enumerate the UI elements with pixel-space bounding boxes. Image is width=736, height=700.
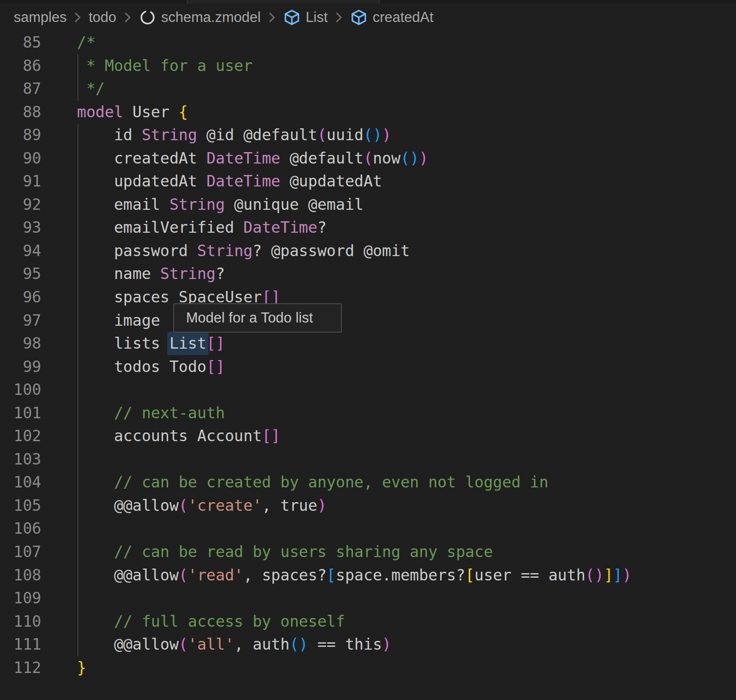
code-token: id	[77, 126, 142, 144]
breadcrumb-item-symbol-createdat[interactable]: createdAt	[350, 8, 434, 27]
line-number[interactable]: 109	[0, 587, 41, 610]
code-token: (	[317, 126, 326, 144]
code-line[interactable]: 99 todos Todo[]	[0, 355, 736, 379]
code-line[interactable]: 94 password String? @password @omit	[0, 240, 736, 263]
line-number[interactable]: 100	[0, 378, 41, 402]
code-text: emailVerified DateTime?	[41, 216, 736, 240]
code-token: email	[77, 196, 170, 213]
code-line[interactable]: 100	[0, 378, 736, 402]
code-line[interactable]: 87 */	[0, 77, 736, 101]
line-number[interactable]: 92	[0, 193, 41, 217]
line-number[interactable]: 95	[0, 262, 41, 286]
code-token: user == auth	[474, 566, 585, 584]
code-line[interactable]: 91 updatedAt DateTime @updatedAt	[0, 170, 736, 193]
line-number[interactable]: 108	[0, 564, 41, 587]
line-number[interactable]: 87	[0, 77, 41, 101]
hover-tooltip: Model for a Todo list	[173, 303, 342, 333]
code-line[interactable]: 109	[0, 587, 736, 610]
code-line[interactable]: 101 // next-auth	[0, 402, 736, 425]
line-number[interactable]: 106	[0, 517, 41, 541]
line-number[interactable]: 102	[0, 425, 41, 448]
line-number[interactable]: 99	[0, 355, 41, 379]
code-line[interactable]: 106	[0, 517, 736, 541]
code-line[interactable]: 95 name String?	[0, 262, 736, 286]
breadcrumb-item-file[interactable]: schema.zmodel	[138, 8, 261, 27]
line-number[interactable]: 85	[0, 31, 41, 55]
line-number[interactable]: 91	[0, 170, 41, 193]
code-token: emailVerified	[77, 219, 243, 236]
code-token: 'read'	[188, 566, 243, 584]
code-line[interactable]: 97 image	[0, 309, 736, 333]
line-number[interactable]: 110	[0, 610, 41, 634]
code-line[interactable]: 85/*	[0, 31, 736, 55]
line-number[interactable]: 88	[0, 101, 41, 124]
code-token: uuid	[327, 126, 364, 144]
code-line[interactable]: 110 // full access by oneself	[0, 610, 736, 634]
breadcrumb-item-samples[interactable]: samples	[14, 9, 66, 26]
line-number[interactable]: 90	[0, 147, 41, 170]
code-token: User	[123, 103, 179, 121]
code-text	[41, 587, 736, 610]
code-line[interactable]: 103	[0, 448, 736, 471]
code-token: 'all'	[188, 635, 234, 653]
code-line[interactable]: 105 @@allow('create', true)	[0, 494, 736, 518]
code-line[interactable]: 93 emailVerified DateTime?	[0, 216, 736, 240]
code-line[interactable]: 92 email String @unique @email	[0, 193, 736, 217]
code-token: , true	[262, 497, 317, 514]
code-text: updatedAt DateTime @updatedAt	[41, 170, 736, 193]
code-token: []	[262, 427, 280, 445]
code-token: []	[206, 334, 225, 352]
line-number[interactable]: 103	[0, 448, 41, 471]
code-token: )	[595, 566, 604, 584]
code-line[interactable]: 112}	[0, 656, 736, 680]
code-token: space.members?	[336, 566, 465, 584]
code-token: @@allow	[77, 566, 179, 584]
code-token: String	[170, 196, 225, 213]
code-token: )	[622, 566, 632, 584]
code-line[interactable]: 89 id String @id @default(uuid())	[0, 124, 736, 147]
line-number[interactable]: 107	[0, 541, 41, 564]
code-text: @@allow('read', spaces?[space.members?[u…	[41, 564, 736, 587]
line-number[interactable]: 105	[0, 494, 41, 518]
breadcrumb-item-symbol-list[interactable]: List	[283, 8, 328, 27]
code-line[interactable]: 107 // can be read by users sharing any …	[0, 541, 736, 564]
code-line[interactable]: 108 @@allow('read', spaces?[space.member…	[0, 564, 736, 587]
code-line[interactable]: 111 @@allow('all', auth() == this)	[0, 633, 736, 656]
code-text	[41, 448, 736, 471]
code-text: id String @id @default(uuid())	[41, 124, 736, 147]
code-text: model User {	[41, 101, 736, 124]
line-number[interactable]: 112	[0, 656, 41, 680]
line-number[interactable]: 93	[0, 216, 41, 240]
line-number[interactable]: 96	[0, 286, 41, 309]
code-line[interactable]: 102 accounts Account[]	[0, 425, 736, 448]
line-number[interactable]: 86	[0, 55, 41, 78]
chevron-right-icon	[334, 10, 344, 25]
line-number[interactable]: 101	[0, 402, 41, 425]
indent-guide	[77, 55, 78, 101]
breadcrumb-label: todo	[88, 9, 116, 26]
code-editor[interactable]: 85/*86 * Model for a user87 */88model Us…	[0, 31, 736, 679]
line-number[interactable]: 94	[0, 240, 41, 263]
line-number[interactable]: 97	[0, 309, 41, 333]
code-token: String	[160, 265, 216, 283]
code-text: createdAt DateTime @default(now())	[41, 147, 736, 170]
active-tab-edge	[187, 0, 379, 4]
code-line[interactable]: 88model User {	[0, 101, 736, 124]
code-line[interactable]: 98 lists List[]	[0, 332, 736, 355]
code-token: )	[373, 126, 382, 144]
code-token: ?	[216, 265, 225, 283]
code-line[interactable]: 96 spaces SpaceUser[]	[0, 286, 736, 309]
code-token: )	[410, 149, 419, 167]
line-number[interactable]: 98	[0, 332, 41, 355]
breadcrumb-item-todo[interactable]: todo	[88, 9, 116, 26]
code-token: updatedAt	[77, 172, 206, 190]
indent-guide	[77, 124, 78, 656]
code-line[interactable]: 86 * Model for a user	[0, 55, 736, 78]
line-number[interactable]: 89	[0, 124, 41, 147]
line-number[interactable]: 104	[0, 471, 41, 494]
code-text: // full access by oneself	[41, 610, 736, 634]
code-line[interactable]: 90 createdAt DateTime @default(now())	[0, 147, 736, 170]
code-token: DateTime	[206, 172, 280, 190]
line-number[interactable]: 111	[0, 633, 41, 656]
code-line[interactable]: 104 // can be created by anyone, even no…	[0, 471, 736, 494]
